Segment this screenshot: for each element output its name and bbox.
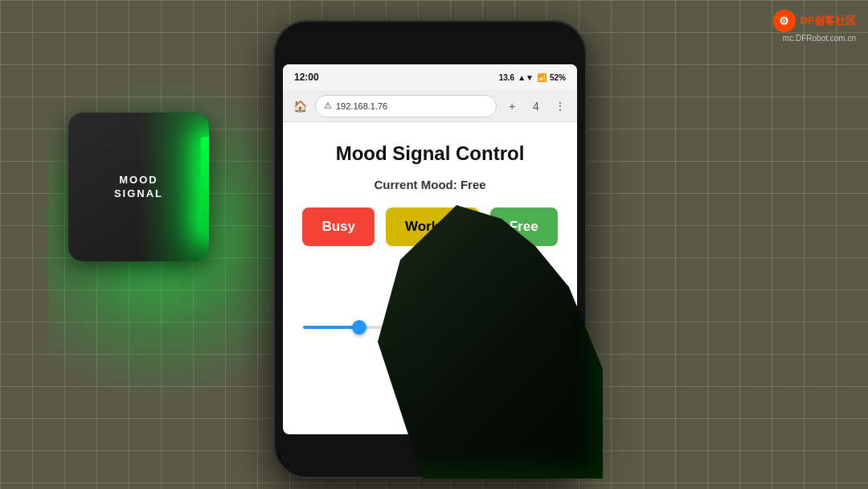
phone-notch: [406, 28, 454, 35]
mood-signal-device: MOOD SIGNAL: [68, 113, 209, 261]
device-label: MOOD SIGNAL: [114, 174, 163, 201]
url-bar[interactable]: ⚠ 192.168.1.76: [315, 95, 497, 117]
page-title: Mood Signal Control: [336, 142, 525, 165]
url-text: 192.168.1.76: [336, 101, 387, 111]
current-mood: Current Mood: Free: [374, 178, 485, 191]
slider-thumb[interactable]: [352, 320, 366, 335]
tabs-count[interactable]: 4: [527, 97, 545, 115]
hand-shape: [378, 205, 603, 479]
battery-text: 52%: [550, 73, 566, 82]
warning-icon: ⚠: [324, 101, 332, 111]
add-tab-icon[interactable]: +: [503, 97, 521, 115]
hand-overlay: [378, 205, 603, 479]
busy-button[interactable]: Busy: [302, 208, 375, 246]
slider-fill: [303, 326, 359, 329]
home-icon[interactable]: 🏠: [291, 97, 309, 115]
status-icons: 13.6 ▲▼ 📶 52%: [499, 73, 566, 82]
signal-icon: 📶: [537, 73, 547, 82]
watermark: ⚙ DF创客社区 mc.DFRobot.com.cn: [773, 10, 856, 43]
device-led-panel: [201, 137, 209, 233]
data-speed-icon: 13.6: [499, 73, 514, 82]
watermark-logo: ⚙ DF创客社区: [773, 10, 856, 32]
status-bar: 12:00 13.6 ▲▼ 📶 52%: [283, 64, 577, 90]
watermark-brand: DF创客社区: [800, 14, 856, 28]
status-time: 12:00: [294, 72, 319, 83]
menu-icon[interactable]: ⋮: [551, 97, 569, 115]
phone-container: 12:00 13.6 ▲▼ 📶 52% 🏠 ⚠ 192.168.1.76 + 4: [273, 20, 587, 479]
browser-bar[interactable]: 🏠 ⚠ 192.168.1.76 + 4 ⋮: [283, 90, 577, 122]
watermark-url: mc.DFRobot.com.cn: [783, 34, 856, 43]
dfrobot-icon: ⚙: [773, 10, 796, 32]
wifi-icon: ▲▼: [518, 73, 534, 82]
browser-actions: + 4 ⋮: [503, 97, 569, 115]
